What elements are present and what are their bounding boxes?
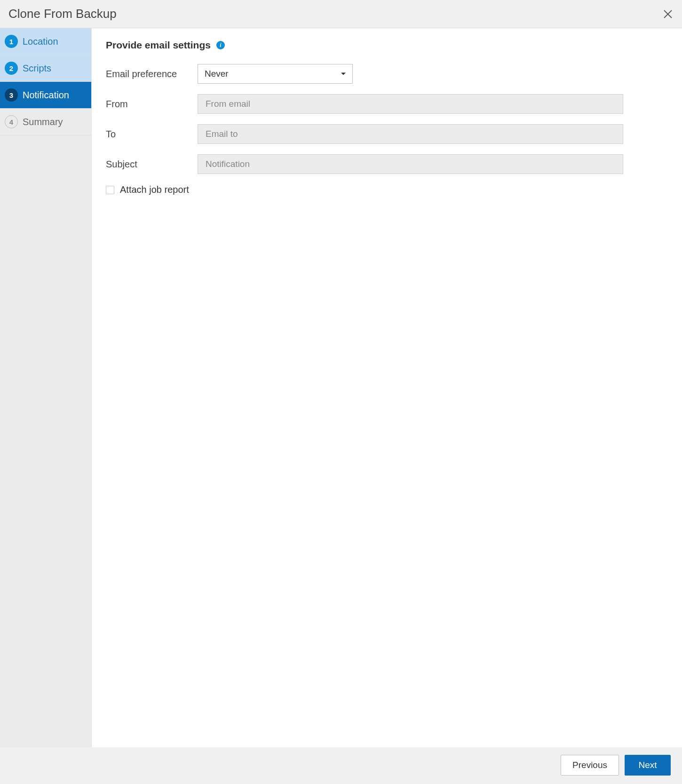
row-email-preference: Email preference Never (106, 64, 668, 84)
previous-button[interactable]: Previous (561, 755, 619, 776)
email-preference-select[interactable]: Never (198, 64, 353, 84)
step-number: 3 (5, 88, 18, 102)
next-button[interactable]: Next (625, 755, 671, 776)
sidebar-step-notification[interactable]: 3 Notification (0, 82, 91, 109)
step-number: 2 (5, 62, 18, 75)
dialog-footer: Previous Next (0, 747, 682, 784)
step-label: Summary (23, 117, 63, 127)
sidebar-step-scripts[interactable]: 2 Scripts (0, 55, 91, 82)
section-header: Provide email settings i (106, 40, 668, 51)
dialog-title: Clone From Backup (8, 7, 117, 21)
row-to: To (106, 124, 668, 144)
dialog-header: Clone From Backup (0, 0, 682, 28)
row-attach-report: Attach job report (106, 184, 668, 195)
step-label: Location (23, 36, 58, 47)
chevron-down-icon (341, 73, 346, 75)
close-icon[interactable] (663, 9, 673, 19)
wizard-sidebar: 1 Location 2 Scripts 3 Notification 4 Su… (0, 28, 92, 747)
label-email-preference: Email preference (106, 69, 198, 79)
row-from: From (106, 94, 668, 114)
info-icon[interactable]: i (216, 41, 225, 49)
section-title: Provide email settings (106, 40, 211, 51)
label-to: To (106, 129, 198, 140)
step-number: 4 (5, 115, 18, 128)
clone-from-backup-dialog: Clone From Backup 1 Location 2 Scripts 3… (0, 0, 682, 784)
select-value: Never (205, 69, 229, 79)
label-subject: Subject (106, 159, 198, 170)
label-from: From (106, 99, 198, 110)
attach-report-checkbox[interactable] (106, 186, 114, 194)
dialog-body: 1 Location 2 Scripts 3 Notification 4 Su… (0, 28, 682, 747)
wizard-content: Provide email settings i Email preferenc… (92, 28, 682, 747)
step-label: Scripts (23, 63, 51, 74)
row-subject: Subject (106, 154, 668, 174)
attach-report-label: Attach job report (120, 184, 189, 195)
step-number: 1 (5, 35, 18, 48)
from-input[interactable] (198, 94, 623, 114)
sidebar-step-location[interactable]: 1 Location (0, 28, 91, 55)
sidebar-step-summary[interactable]: 4 Summary (0, 109, 91, 135)
subject-input[interactable] (198, 154, 623, 174)
to-input[interactable] (198, 124, 623, 144)
step-label: Notification (23, 90, 69, 101)
